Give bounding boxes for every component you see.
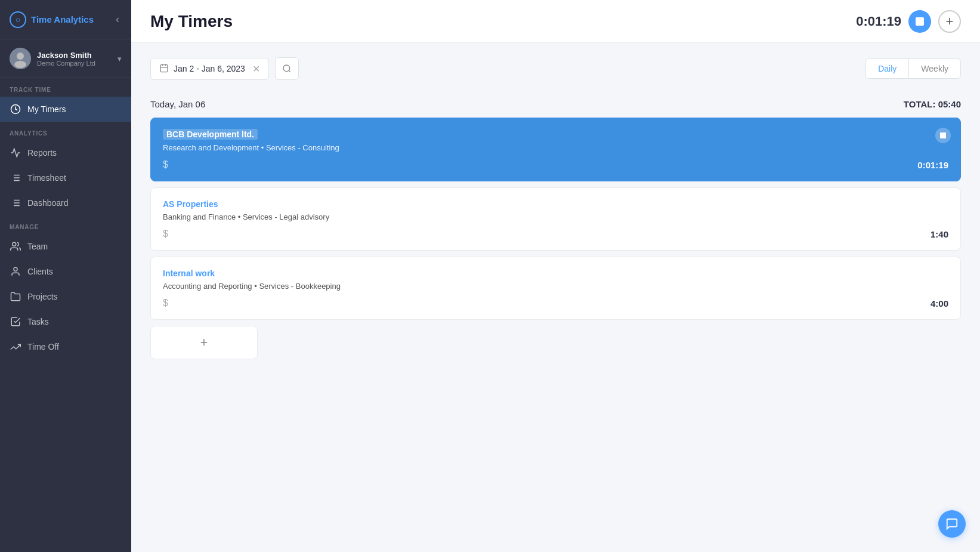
user-company: Demo Company Ltd [37, 60, 112, 67]
view-toggle: Daily Weekly [865, 58, 961, 79]
section-label-analytics: ANALYTICS [0, 122, 131, 140]
add-timer-header-button[interactable]: + [938, 10, 961, 33]
sidebar-item-label: Reports [27, 148, 57, 158]
timer-card-internal-work[interactable]: Internal work Accounting and Reporting •… [150, 257, 961, 320]
card-stop-button[interactable] [935, 128, 951, 143]
sidebar-item-label: Projects [27, 292, 58, 301]
svg-rect-18 [160, 64, 168, 72]
clock-icon [10, 103, 21, 115]
project-info: Accounting and Reporting • Services - Bo… [163, 282, 948, 291]
sidebar-item-projects[interactable]: Projects [0, 284, 131, 309]
bar-chart-icon [10, 147, 21, 159]
header-right: 0:01:19 + [856, 10, 961, 33]
app-logo: ○ Time Analytics [10, 11, 94, 28]
sidebar-item-tasks[interactable]: Tasks [0, 309, 131, 334]
sidebar: ○ Time Analytics ‹ Jackson Smith Demo Co… [0, 0, 131, 552]
sidebar-item-label: Tasks [27, 317, 49, 326]
projects-icon [10, 291, 21, 303]
toolbar: Jan 2 - Jan 6, 2023 ✕ Daily Weekly [150, 57, 961, 80]
sidebar-item-label: Time Off [27, 342, 59, 351]
app-name: Time Analytics [31, 14, 94, 24]
user-profile[interactable]: Jackson Smith Demo Company Ltd ▾ [0, 39, 131, 78]
time-value: 4:00 [930, 298, 948, 309]
time-off-icon [10, 341, 21, 353]
chat-widget-button[interactable] [938, 510, 966, 538]
user-info: Jackson Smith Demo Company Ltd [37, 51, 112, 67]
sidebar-item-clients[interactable]: Clients [0, 259, 131, 284]
sidebar-item-label: Team [27, 242, 48, 251]
avatar [10, 48, 31, 69]
timer-card-active[interactable]: BCB Development ltd. Research and Develo… [150, 118, 961, 181]
timer-display: 0:01:19 [856, 14, 901, 29]
billing-icon: $ [163, 229, 168, 239]
sidebar-item-label: Clients [27, 267, 53, 276]
date-picker[interactable]: Jan 2 - Jan 6, 2023 ✕ [150, 58, 269, 80]
sidebar-item-time-off[interactable]: Time Off [0, 334, 131, 359]
day-header: Today, Jan 06 TOTAL: 05:40 [150, 94, 961, 118]
sidebar-header: ○ Time Analytics ‹ [0, 0, 131, 39]
svg-line-23 [289, 70, 290, 72]
team-icon [10, 240, 21, 252]
sidebar-collapse-button[interactable]: ‹ [113, 11, 122, 28]
svg-point-2 [14, 61, 26, 68]
dashboard-icon [10, 197, 21, 209]
section-label-track-time: TRACK TIME [0, 78, 131, 97]
main-area: My Timers 0:01:19 + Jan 2 - Jan [131, 0, 980, 552]
sidebar-item-dashboard[interactable]: Dashboard [0, 190, 131, 215]
search-button[interactable] [275, 57, 299, 80]
logo-icon: ○ [10, 11, 26, 28]
day-section: Today, Jan 06 TOTAL: 05:40 BCB Developme… [150, 94, 961, 359]
stop-timer-button[interactable] [908, 10, 931, 33]
page-title: My Timers [150, 12, 233, 31]
clients-icon [10, 266, 21, 277]
toolbar-left: Jan 2 - Jan 6, 2023 ✕ [150, 57, 299, 80]
sidebar-item-timesheet[interactable]: Timesheet [0, 165, 131, 190]
svg-point-22 [283, 65, 290, 72]
project-info: Research and Development • Services - Co… [163, 143, 948, 152]
sidebar-item-my-timers[interactable]: My Timers [0, 97, 131, 122]
sidebar-item-label: My Timers [27, 104, 66, 114]
svg-point-17 [14, 267, 17, 271]
tasks-icon [10, 316, 21, 328]
project-info: Banking and Finance • Services - Legal a… [163, 212, 948, 221]
svg-point-16 [13, 242, 16, 246]
card-bottom: $ 4:00 [163, 298, 948, 309]
date-range-label: Jan 2 - Jan 6, 2023 [174, 64, 245, 73]
user-dropdown-icon[interactable]: ▾ [118, 54, 122, 63]
time-value: 1:40 [930, 229, 948, 239]
sidebar-item-team[interactable]: Team [0, 234, 131, 259]
sidebar-item-label: Dashboard [27, 198, 69, 208]
billing-icon: $ [163, 159, 168, 170]
add-icon: + [200, 335, 208, 350]
day-total: TOTAL: 05:40 [904, 99, 961, 109]
client-name: AS Properties [163, 199, 218, 209]
stop-icon [916, 17, 924, 26]
sidebar-item-label: Timesheet [27, 173, 66, 183]
add-timer-button[interactable]: + [150, 326, 258, 359]
billing-icon: $ [163, 298, 168, 309]
card-bottom: $ 0:01:19 [163, 159, 948, 170]
weekly-view-button[interactable]: Weekly [909, 59, 960, 78]
user-name: Jackson Smith [37, 51, 112, 60]
calendar-icon [159, 63, 169, 75]
client-name: BCB Development ltd. [163, 129, 258, 140]
main-header: My Timers 0:01:19 + [131, 0, 980, 43]
sidebar-item-reports[interactable]: Reports [0, 140, 131, 165]
clear-date-button[interactable]: ✕ [252, 63, 260, 75]
card-bottom: $ 1:40 [163, 229, 948, 239]
daily-view-button[interactable]: Daily [866, 59, 909, 78]
card-stop-icon [940, 132, 946, 138]
timer-card-as-properties[interactable]: AS Properties Banking and Finance • Serv… [150, 187, 961, 251]
timesheet-icon [10, 172, 21, 184]
time-value: 0:01:19 [917, 160, 948, 170]
svg-point-1 [17, 53, 24, 60]
day-label: Today, Jan 06 [150, 99, 205, 109]
main-content: Jan 2 - Jan 6, 2023 ✕ Daily Weekly Today… [131, 43, 980, 552]
client-name: Internal work [163, 269, 215, 278]
section-label-manage: MANAGE [0, 215, 131, 234]
